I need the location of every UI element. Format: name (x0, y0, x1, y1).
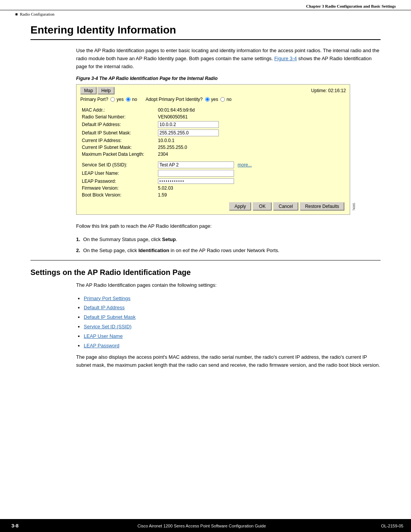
figure-number: 74165 (352, 203, 356, 211)
figure-caption: Figure 3-4 The AP Radio Identification P… (76, 76, 381, 81)
table-row: Radio Serial Number: VEN06050561 (80, 113, 346, 120)
breadcrumb-text: ■ Radio Configuration (15, 12, 54, 16)
primary-port-label: Primary Port? (80, 97, 108, 102)
steps-list: 1. On the Summary Status page, click Set… (76, 236, 350, 255)
widget-buttons: Map Help (80, 87, 115, 94)
primary-port-settings-link[interactable]: Primary Port Settings (84, 296, 131, 301)
closing-paragraph: The page also displays the access point'… (76, 353, 381, 369)
table-row: Firmware Version: 5.02.03 (80, 185, 346, 192)
table-row: LEAP Password: (80, 177, 346, 185)
list-item: LEAP Password (84, 342, 350, 350)
map-button[interactable]: Map (80, 87, 97, 94)
default-subnet-input[interactable] (158, 129, 219, 136)
field-value: 00:01:64:45:b9:6d (156, 107, 346, 113)
list-item: Primary Port Settings (84, 295, 350, 303)
step-2-text: On the Setup page, click Identification … (83, 248, 279, 253)
table-row: Default IP Subnet Mask: (80, 129, 346, 137)
primary-port-yes-label[interactable]: yes (110, 97, 124, 102)
primary-port-no-text: no (132, 97, 137, 102)
ap-radio-widget: Map Help Uptime: 02:16:12 Primary Port? … (76, 84, 350, 215)
field-value: 10.0.0.1 (156, 137, 346, 144)
field-label: Service Set ID (SSID): (80, 161, 156, 169)
primary-port-no-label[interactable]: no (126, 97, 137, 102)
apply-button[interactable]: Apply (229, 202, 251, 211)
spacer-row (80, 158, 346, 161)
adopt-no-radio[interactable] (220, 97, 225, 102)
list-item: Default IP Address (84, 304, 350, 312)
footer-right: OL-2159-05 (381, 524, 403, 528)
table-row: Maximum Packet Data Length: 2304 (80, 151, 346, 158)
field-label: Current IP Address: (80, 137, 156, 144)
section2-title: Settings on the AP Radio Identification … (30, 268, 381, 277)
adopt-yes-radio[interactable] (205, 97, 210, 102)
cancel-button[interactable]: Cancel (273, 202, 298, 211)
breadcrumb: ■ Radio Configuration (0, 10, 411, 16)
section2-intro: The AP Radio Identification pages contai… (76, 281, 381, 289)
field-value: 1.59 (156, 192, 346, 198)
step-2: 2. On the Setup page, click Identificati… (76, 247, 350, 255)
table-row: Boot Block Version: 1.59 (80, 192, 346, 198)
page-footer: 3-8 Cisco Aironet 1200 Seres Access Poin… (0, 519, 411, 532)
primary-port-no-radio[interactable] (126, 97, 131, 102)
help-button[interactable]: Help (97, 87, 115, 94)
adopt-yes-label[interactable]: yes (205, 97, 218, 102)
field-label: Default IP Address: (80, 120, 156, 129)
leap-username-link[interactable]: LEAP User Name (84, 333, 123, 339)
field-value: more... (156, 161, 346, 169)
service-set-id-link[interactable]: Service Set ID (SSID) (84, 324, 132, 329)
list-item: LEAP User Name (84, 332, 350, 340)
footer-center: Cisco Aironet 1200 Seres Access Point So… (137, 524, 266, 528)
field-value: VEN06050561 (156, 113, 346, 120)
header-right: Chapter 3 Radio Configuration and Basic … (306, 4, 396, 8)
field-value (156, 120, 346, 129)
step-1: 1. On the Summary Status page, click Set… (76, 236, 350, 244)
field-value (156, 129, 346, 137)
primary-port-yes-radio[interactable] (110, 97, 115, 102)
action-row: Apply OK Cancel Restore Defaults (80, 202, 346, 211)
field-value: 255.255.255.0 (156, 144, 346, 151)
main-content: Entering Identity Information Use the AP… (0, 16, 411, 382)
leap-password-input[interactable] (158, 178, 234, 184)
adopt-no-label[interactable]: no (220, 97, 231, 102)
field-label: LEAP Password: (80, 177, 156, 185)
adopt-no-text: no (226, 97, 231, 102)
field-label: Firmware Version: (80, 185, 156, 192)
default-ip-input[interactable] (158, 121, 219, 128)
table-row: Service Set ID (SSID): more... (80, 161, 346, 169)
list-item: Default IP Subnet Mask (84, 313, 350, 321)
uptime-display: Uptime: 02:16:12 (311, 88, 346, 93)
more-link[interactable]: more... (237, 162, 252, 168)
primary-port-row: Primary Port? yes no Adopt Primary Port … (80, 97, 346, 102)
field-label: Radio Serial Number: (80, 113, 156, 120)
table-row: LEAP User Name: (80, 169, 346, 177)
follow-text: Follow this link path to reach the AP Ra… (76, 222, 381, 230)
widget-topbar: Map Help Uptime: 02:16:12 (80, 87, 346, 94)
chapter-title: Entering Identity Information (30, 24, 381, 40)
field-value (156, 177, 346, 185)
uptime-value: 02:16:12 (328, 88, 346, 93)
table-row: Current IP Subnet Mask: 255.255.255.0 (80, 144, 346, 151)
table-row: Default IP Address: (80, 120, 346, 129)
step-1-num: 1. (76, 236, 80, 242)
table-row: MAC Addr.: 00:01:64:45:b9:6d (80, 107, 346, 113)
field-value: 2304 (156, 151, 346, 158)
figure-link[interactable]: Figure 3-4 (274, 56, 297, 61)
leap-username-input[interactable] (158, 170, 234, 177)
field-label: Boot Block Version: (80, 192, 156, 198)
ok-button[interactable]: OK (253, 202, 272, 211)
field-label: LEAP User Name: (80, 169, 156, 177)
default-ip-subnet-link[interactable]: Default IP Subnet Mask (84, 314, 135, 320)
default-ip-address-link[interactable]: Default IP Address (84, 305, 124, 310)
restore-defaults-button[interactable]: Restore Defaults (300, 202, 344, 211)
adopt-label: Adopt Primary Port Identity? (145, 97, 202, 102)
page-header: Chapter 3 Radio Configuration and Basic … (0, 0, 411, 10)
leap-password-link[interactable]: LEAP Password (84, 343, 119, 348)
field-label: MAC Addr.: (80, 107, 156, 113)
divider (30, 260, 381, 260)
ssid-input[interactable] (158, 161, 234, 168)
table-row: Current IP Address: 10.0.0.1 (80, 137, 346, 144)
step-1-text: On the Summary Status page, click Setup. (83, 236, 177, 242)
page-number: 3-8 (8, 522, 22, 530)
field-value: 5.02.03 (156, 185, 346, 192)
adopt-yes-text: yes (211, 97, 218, 102)
